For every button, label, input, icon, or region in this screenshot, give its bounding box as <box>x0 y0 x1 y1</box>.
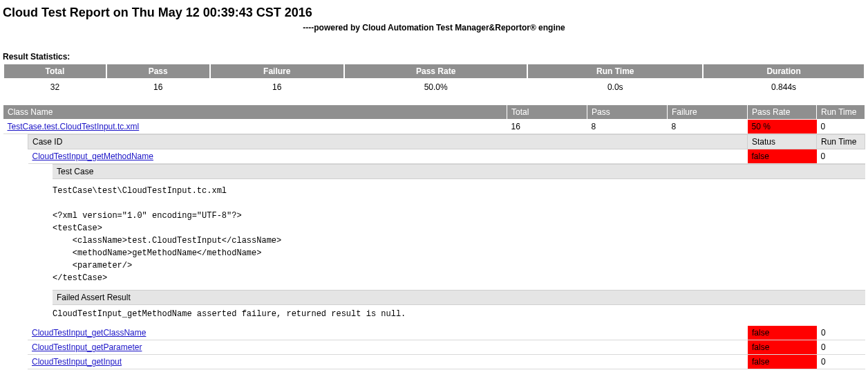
class-row: TestCase.test.CloudTestInput.tc.xml 16 8… <box>3 120 865 134</box>
stats-value-pass: 16 <box>106 79 210 95</box>
stats-value-row: 32 16 16 50.0% 0.0s 0.844s <box>3 79 865 95</box>
class-runtime: 0 <box>817 120 865 134</box>
class-header-name: Class Name <box>3 105 507 120</box>
case-link[interactable]: CloudTestInput_getClassName <box>32 328 146 338</box>
test-case-source: TestCase\test\CloudTestInput.tc.xml <?xm… <box>53 185 865 284</box>
stats-table: Total Pass Failure Pass Rate Run Time Du… <box>3 63 865 96</box>
case-row: CloudTestInput_getParameter false 0 <box>28 340 865 355</box>
class-header-passrate: Pass Rate <box>748 105 817 120</box>
case-row: CloudTestInput_getInput false 0 <box>28 355 865 369</box>
case-status: false <box>748 326 817 340</box>
stats-value-passrate: 50.0% <box>344 79 527 95</box>
class-total: 16 <box>507 120 587 134</box>
class-failure: 8 <box>668 120 748 134</box>
stats-header-duration: Duration <box>703 64 865 79</box>
failed-assert-text: CloudTestInput_getMethodName asserted fa… <box>53 305 865 326</box>
case-rows-rest: CloudTestInput_getClassName false 0 Clou… <box>28 326 865 369</box>
case-status: false <box>748 340 817 355</box>
case-header-id: Case ID <box>28 135 748 149</box>
class-header-failure: Failure <box>668 105 748 120</box>
stats-header-passrate: Pass Rate <box>344 64 527 79</box>
class-table: Class Name Total Pass Failure Pass Rate … <box>3 104 865 134</box>
case-runtime: 0 <box>817 326 865 340</box>
stats-header-pass: Pass <box>106 64 210 79</box>
subtitle: ----powered by Cloud Automation Test Man… <box>3 23 865 33</box>
stats-value-failure: 16 <box>210 79 344 95</box>
class-header-total: Total <box>507 105 587 120</box>
stats-value-duration: 0.844s <box>703 79 865 95</box>
stats-value-total: 32 <box>3 79 106 95</box>
stats-header-runtime: Run Time <box>527 64 703 79</box>
case-status: false <box>748 355 817 369</box>
stats-header-failure: Failure <box>210 64 344 79</box>
class-header-pass: Pass <box>587 105 668 120</box>
stats-header-row: Total Pass Failure Pass Rate Run Time Du… <box>3 64 865 79</box>
case-runtime-expanded: 0 <box>817 149 865 164</box>
case-header-runtime: Run Time <box>817 135 865 149</box>
case-runtime: 0 <box>817 340 865 355</box>
failed-assert-header: Failed Assert Result <box>53 290 865 305</box>
case-row: CloudTestInput_getClassName false 0 <box>28 326 865 340</box>
test-case-header: Test Case <box>53 164 865 179</box>
case-link-expanded[interactable]: CloudTestInput_getMethodName <box>32 151 153 161</box>
stats-header-total: Total <box>3 64 106 79</box>
case-link[interactable]: CloudTestInput_getInput <box>32 357 122 367</box>
class-header-runtime: Run Time <box>817 105 865 120</box>
case-row-expanded: CloudTestInput_getMethodName false 0 <box>28 149 865 164</box>
stats-label: Result Statistics: <box>3 52 865 62</box>
stats-value-runtime: 0.0s <box>527 79 703 95</box>
case-runtime: 0 <box>817 355 865 369</box>
page-title: Cloud Test Report on Thu May 12 00:39:43… <box>3 6 865 20</box>
case-status-expanded: false <box>748 149 817 164</box>
class-header-row: Class Name Total Pass Failure Pass Rate … <box>3 105 865 120</box>
class-pass: 8 <box>587 120 668 134</box>
case-header-status: Status <box>748 135 817 149</box>
class-passrate: 50 % <box>748 120 817 134</box>
class-name-link[interactable]: TestCase.test.CloudTestInput.tc.xml <box>8 122 140 131</box>
case-header-row: Case ID Status Run Time <box>28 135 865 149</box>
case-table: Case ID Status Run Time CloudTestInput_g… <box>28 134 865 164</box>
case-link[interactable]: CloudTestInput_getParameter <box>32 342 142 352</box>
